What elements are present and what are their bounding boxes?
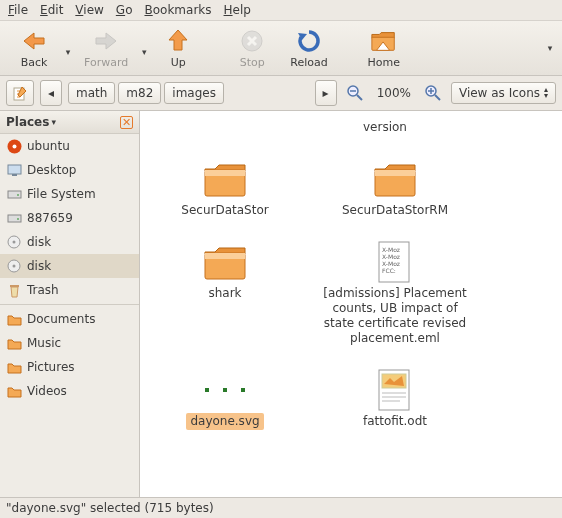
zoom-out-icon <box>346 84 364 102</box>
file-view[interactable]: version SecurDataStor SecurDataStorRM sh… <box>140 111 562 497</box>
svg-text:X-Moz: X-Moz <box>382 260 400 267</box>
breadcrumb-seg-m82[interactable]: m82 <box>118 82 161 104</box>
folder-icon <box>201 241 249 283</box>
svg-rect-14 <box>8 191 21 198</box>
pencil-icon <box>12 85 28 101</box>
back-dropdown[interactable]: ▾ <box>62 47 74 71</box>
status-text: "dayone.svg" selected (715 bytes) <box>6 501 214 515</box>
folder-icon <box>6 383 22 399</box>
svg-rect-24 <box>205 170 245 176</box>
sidebar-item-desktop[interactable]: Desktop <box>0 158 139 182</box>
menu-file[interactable]: FFileile <box>4 2 32 18</box>
sidebar-item-documents[interactable]: Documents <box>0 307 139 331</box>
sidebar-item-music[interactable]: Music <box>0 331 139 355</box>
breadcrumb-seg-math[interactable]: math <box>68 82 115 104</box>
view-as-label: View as Icons <box>459 86 540 100</box>
file-item-shark[interactable]: shark <box>140 233 310 361</box>
sidebar-item-disk1[interactable]: disk <box>0 230 139 254</box>
status-bar: "dayone.svg" selected (715 bytes) <box>0 497 562 518</box>
sidebar-item-ubuntu[interactable]: ubuntu <box>0 134 139 158</box>
svg-rect-13 <box>12 174 17 176</box>
file-label: shark <box>204 285 245 302</box>
sidebar-item-pictures[interactable]: Pictures <box>0 355 139 379</box>
back-arrow-icon <box>20 27 48 55</box>
svg-file-icon <box>201 369 249 411</box>
desktop-icon <box>6 162 22 178</box>
file-label: SecurDataStor <box>177 202 272 219</box>
home-icon <box>370 27 398 55</box>
svg-rect-16 <box>8 215 21 222</box>
disc-icon <box>6 234 22 250</box>
chevron-down-icon: ▾ <box>51 117 56 127</box>
file-item-fattofit-odt[interactable]: fattofit.odt <box>310 361 480 444</box>
folder-icon <box>201 158 249 200</box>
menubar: FFileile Edit View Go Bookmarks Help <box>0 0 562 21</box>
home-button[interactable]: Home <box>356 25 412 71</box>
forward-arrow-icon <box>92 27 120 55</box>
sidebar-item-label: disk <box>27 259 51 273</box>
svg-point-21 <box>13 265 16 268</box>
file-item-version[interactable]: version <box>300 119 470 150</box>
path-back-button[interactable]: ◂ <box>40 80 62 106</box>
back-button[interactable]: Back <box>6 25 62 71</box>
menu-help[interactable]: Help <box>220 2 255 18</box>
svg-line-7 <box>435 95 440 100</box>
forward-label: Forward <box>84 56 128 69</box>
zoom-out-button[interactable] <box>343 84 367 102</box>
drive-icon <box>6 186 22 202</box>
svg-rect-34 <box>205 388 209 392</box>
zoom-in-button[interactable] <box>421 84 445 102</box>
sidebar-item-disk2[interactable]: disk <box>0 254 139 278</box>
folder-icon <box>6 359 22 375</box>
breadcrumb: math m82 images <box>68 82 224 104</box>
sidebar: Places ▾ ✕ ubuntu Desktop File System 88… <box>0 111 140 497</box>
odt-file-icon <box>371 369 419 411</box>
sidebar-item-887659[interactable]: 887659 <box>0 206 139 230</box>
edit-path-button[interactable] <box>6 80 34 106</box>
up-arrow-icon <box>164 27 192 55</box>
sidebar-item-trash[interactable]: Trash <box>0 278 139 302</box>
chevron-updown-icon: ▴▾ <box>544 87 548 99</box>
svg-rect-35 <box>223 388 227 392</box>
reload-button[interactable]: Reload <box>280 25 337 71</box>
menu-bookmarks[interactable]: Bookmarks <box>140 2 215 18</box>
sidebar-item-label: 887659 <box>27 211 73 225</box>
folder-icon <box>6 311 22 327</box>
disc-icon <box>6 258 22 274</box>
svg-rect-36 <box>241 388 245 392</box>
sidebar-header[interactable]: Places ▾ ✕ <box>0 111 139 134</box>
sidebar-item-label: Videos <box>27 384 67 398</box>
sidebar-item-filesystem[interactable]: File System <box>0 182 139 206</box>
menu-go[interactable]: Go <box>112 2 137 18</box>
up-label: Up <box>171 56 186 69</box>
up-button[interactable]: Up <box>150 25 206 71</box>
menu-view[interactable]: View <box>71 2 107 18</box>
toolbar-overflow[interactable]: ▾ <box>544 43 556 71</box>
sidebar-item-label: Pictures <box>27 360 75 374</box>
close-sidebar-button[interactable]: ✕ <box>120 116 133 129</box>
view-as-select[interactable]: View as Icons ▴▾ <box>451 82 556 104</box>
svg-point-11 <box>12 144 16 148</box>
file-label: dayone.svg <box>186 413 263 430</box>
folder-icon <box>6 335 22 351</box>
sidebar-item-label: Documents <box>27 312 95 326</box>
file-label: version <box>359 119 411 136</box>
file-item-admissions-eml[interactable]: X-MozX-MozX-MozFCC: [admissions] Placeme… <box>310 233 480 361</box>
breadcrumb-seg-images[interactable]: images <box>164 82 224 104</box>
stop-button: Stop <box>224 25 280 71</box>
ubuntu-icon <box>6 138 22 154</box>
menu-edit[interactable]: Edit <box>36 2 67 18</box>
sidebar-header-label: Places <box>6 115 49 129</box>
svg-point-15 <box>17 194 19 196</box>
sidebar-item-videos[interactable]: Videos <box>0 379 139 403</box>
file-item-securdatastorrm[interactable]: SecurDataStorRM <box>310 150 480 233</box>
svg-rect-28 <box>205 253 245 259</box>
back-label: Back <box>21 56 48 69</box>
sidebar-item-label: Music <box>27 336 61 350</box>
sidebar-separator <box>0 304 139 305</box>
path-forward-button[interactable]: ▸ <box>315 80 337 106</box>
sidebar-item-label: File System <box>27 187 96 201</box>
file-item-securdatastor[interactable]: SecurDataStor <box>140 150 310 233</box>
file-item-dayone-svg[interactable]: dayone.svg <box>140 361 310 444</box>
stop-icon <box>238 27 266 55</box>
